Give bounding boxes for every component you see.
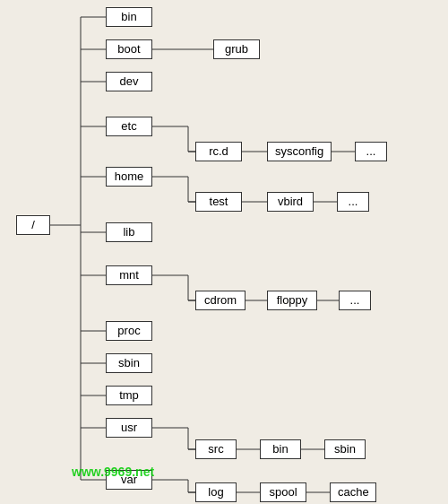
tmp-node: tmp — [106, 386, 152, 405]
mnt-node: mnt — [106, 265, 152, 285]
var-log-node: log — [195, 482, 237, 502]
home-dots-node: ... — [337, 192, 369, 212]
dev-node: dev — [106, 72, 152, 91]
usr-bin-node: bin — [260, 439, 301, 459]
mnt-dots-node: ... — [339, 291, 371, 310]
sbin-node: sbin — [106, 353, 152, 373]
tree-container: / bin boot grub dev etc rc.d sysconfig .… — [0, 0, 448, 504]
usr-src-node: src — [195, 439, 237, 459]
root-node: / — [16, 215, 50, 235]
floppy-node: floppy — [267, 291, 317, 310]
grub-node: grub — [213, 39, 260, 59]
test-node: test — [195, 192, 242, 212]
etc-dots-node: ... — [355, 142, 387, 161]
var-cache-node: cache — [330, 482, 376, 502]
connector-lines — [0, 0, 448, 504]
var-spool-node: spool — [260, 482, 306, 502]
proc-node: proc — [106, 321, 152, 341]
usr-sbin-node: sbin — [324, 439, 366, 459]
sysconfig-node: sysconfig — [267, 142, 332, 161]
vbird-node: vbird — [267, 192, 314, 212]
rcd-node: rc.d — [195, 142, 242, 161]
cdrom-node: cdrom — [195, 291, 246, 310]
home-node: home — [106, 167, 152, 187]
boot-node: boot — [106, 39, 152, 59]
bin-node: bin — [106, 7, 152, 27]
lib-node: lib — [106, 222, 152, 242]
etc-node: etc — [106, 117, 152, 136]
watermark: www.9969.net — [72, 465, 154, 479]
usr-node: usr — [106, 418, 152, 438]
